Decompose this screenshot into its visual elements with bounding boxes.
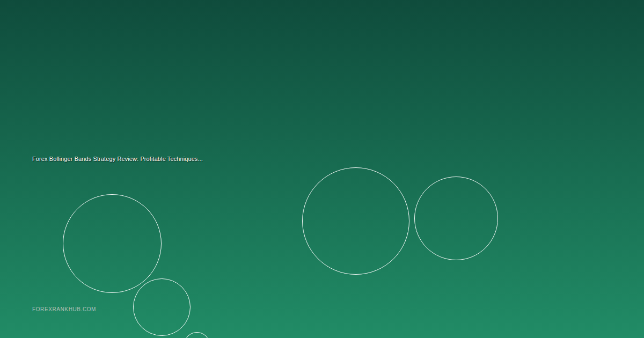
banner-title: Forex Bollinger Bands Strategy Review: P… (32, 156, 203, 162)
decorative-circle-large-left (63, 194, 162, 293)
decorative-circle-small-clipped (184, 332, 210, 338)
decorative-circle-medium-left (133, 278, 191, 336)
decorative-circle-medium-right (414, 177, 498, 260)
site-name-label: FOREXRANKHUB.COM (32, 306, 96, 312)
social-banner: Forex Bollinger Bands Strategy Review: P… (0, 0, 644, 338)
decorative-circle-large-right (302, 167, 409, 275)
